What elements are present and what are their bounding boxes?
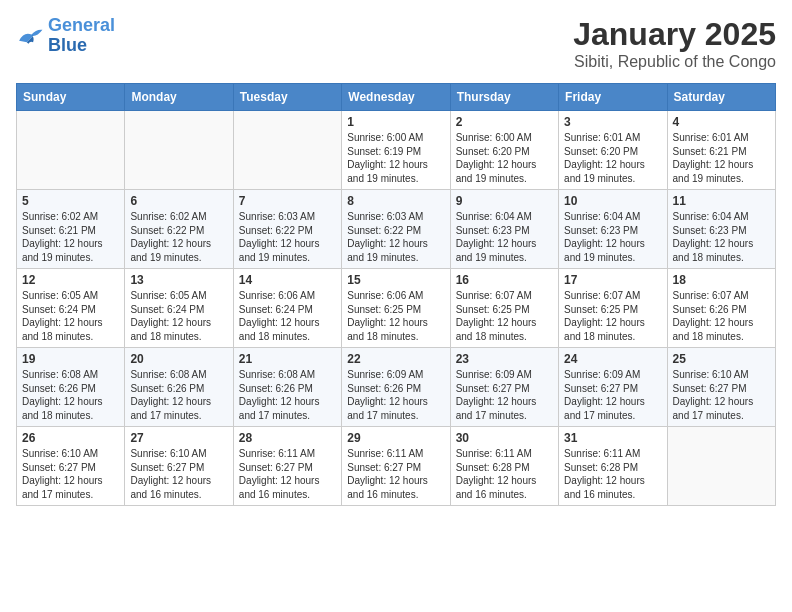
day-of-week-header: Tuesday <box>233 84 341 111</box>
logo-icon <box>16 25 44 47</box>
calendar-cell: 24Sunrise: 6:09 AM Sunset: 6:27 PM Dayli… <box>559 348 667 427</box>
calendar-header-row: SundayMondayTuesdayWednesdayThursdayFrid… <box>17 84 776 111</box>
day-info: Sunrise: 6:05 AM Sunset: 6:24 PM Dayligh… <box>22 289 119 343</box>
day-info: Sunrise: 6:11 AM Sunset: 6:28 PM Dayligh… <box>564 447 661 501</box>
calendar-cell: 10Sunrise: 6:04 AM Sunset: 6:23 PM Dayli… <box>559 190 667 269</box>
calendar-cell: 8Sunrise: 6:03 AM Sunset: 6:22 PM Daylig… <box>342 190 450 269</box>
day-number: 6 <box>130 194 227 208</box>
day-info: Sunrise: 6:02 AM Sunset: 6:22 PM Dayligh… <box>130 210 227 264</box>
calendar-cell: 31Sunrise: 6:11 AM Sunset: 6:28 PM Dayli… <box>559 427 667 506</box>
day-number: 22 <box>347 352 444 366</box>
day-number: 27 <box>130 431 227 445</box>
day-info: Sunrise: 6:08 AM Sunset: 6:26 PM Dayligh… <box>130 368 227 422</box>
calendar-cell: 13Sunrise: 6:05 AM Sunset: 6:24 PM Dayli… <box>125 269 233 348</box>
calendar-cell: 20Sunrise: 6:08 AM Sunset: 6:26 PM Dayli… <box>125 348 233 427</box>
calendar-week-row: 12Sunrise: 6:05 AM Sunset: 6:24 PM Dayli… <box>17 269 776 348</box>
day-number: 5 <box>22 194 119 208</box>
day-of-week-header: Friday <box>559 84 667 111</box>
day-number: 18 <box>673 273 770 287</box>
logo-text: GeneralBlue <box>48 16 115 56</box>
day-info: Sunrise: 6:09 AM Sunset: 6:26 PM Dayligh… <box>347 368 444 422</box>
calendar-cell: 6Sunrise: 6:02 AM Sunset: 6:22 PM Daylig… <box>125 190 233 269</box>
calendar-cell: 9Sunrise: 6:04 AM Sunset: 6:23 PM Daylig… <box>450 190 558 269</box>
day-number: 23 <box>456 352 553 366</box>
day-number: 21 <box>239 352 336 366</box>
calendar-cell: 30Sunrise: 6:11 AM Sunset: 6:28 PM Dayli… <box>450 427 558 506</box>
calendar-cell: 18Sunrise: 6:07 AM Sunset: 6:26 PM Dayli… <box>667 269 775 348</box>
location-subtitle: Sibiti, Republic of the Congo <box>573 53 776 71</box>
calendar-cell: 29Sunrise: 6:11 AM Sunset: 6:27 PM Dayli… <box>342 427 450 506</box>
month-title: January 2025 <box>573 16 776 53</box>
day-info: Sunrise: 6:03 AM Sunset: 6:22 PM Dayligh… <box>239 210 336 264</box>
day-info: Sunrise: 6:11 AM Sunset: 6:27 PM Dayligh… <box>239 447 336 501</box>
calendar-cell: 7Sunrise: 6:03 AM Sunset: 6:22 PM Daylig… <box>233 190 341 269</box>
calendar-week-row: 5Sunrise: 6:02 AM Sunset: 6:21 PM Daylig… <box>17 190 776 269</box>
calendar-week-row: 1Sunrise: 6:00 AM Sunset: 6:19 PM Daylig… <box>17 111 776 190</box>
day-number: 2 <box>456 115 553 129</box>
day-number: 1 <box>347 115 444 129</box>
day-number: 15 <box>347 273 444 287</box>
day-info: Sunrise: 6:04 AM Sunset: 6:23 PM Dayligh… <box>564 210 661 264</box>
day-number: 9 <box>456 194 553 208</box>
day-info: Sunrise: 6:10 AM Sunset: 6:27 PM Dayligh… <box>673 368 770 422</box>
day-number: 7 <box>239 194 336 208</box>
day-info: Sunrise: 6:08 AM Sunset: 6:26 PM Dayligh… <box>239 368 336 422</box>
day-of-week-header: Thursday <box>450 84 558 111</box>
day-of-week-header: Saturday <box>667 84 775 111</box>
calendar-week-row: 26Sunrise: 6:10 AM Sunset: 6:27 PM Dayli… <box>17 427 776 506</box>
day-number: 31 <box>564 431 661 445</box>
calendar-body: 1Sunrise: 6:00 AM Sunset: 6:19 PM Daylig… <box>17 111 776 506</box>
day-number: 10 <box>564 194 661 208</box>
day-info: Sunrise: 6:04 AM Sunset: 6:23 PM Dayligh… <box>673 210 770 264</box>
day-info: Sunrise: 6:08 AM Sunset: 6:26 PM Dayligh… <box>22 368 119 422</box>
day-info: Sunrise: 6:09 AM Sunset: 6:27 PM Dayligh… <box>456 368 553 422</box>
day-info: Sunrise: 6:01 AM Sunset: 6:21 PM Dayligh… <box>673 131 770 185</box>
day-info: Sunrise: 6:10 AM Sunset: 6:27 PM Dayligh… <box>130 447 227 501</box>
day-info: Sunrise: 6:07 AM Sunset: 6:26 PM Dayligh… <box>673 289 770 343</box>
calendar-cell: 23Sunrise: 6:09 AM Sunset: 6:27 PM Dayli… <box>450 348 558 427</box>
day-info: Sunrise: 6:10 AM Sunset: 6:27 PM Dayligh… <box>22 447 119 501</box>
day-of-week-header: Wednesday <box>342 84 450 111</box>
calendar-cell: 22Sunrise: 6:09 AM Sunset: 6:26 PM Dayli… <box>342 348 450 427</box>
calendar-cell: 15Sunrise: 6:06 AM Sunset: 6:25 PM Dayli… <box>342 269 450 348</box>
day-number: 3 <box>564 115 661 129</box>
day-info: Sunrise: 6:07 AM Sunset: 6:25 PM Dayligh… <box>564 289 661 343</box>
day-info: Sunrise: 6:00 AM Sunset: 6:19 PM Dayligh… <box>347 131 444 185</box>
calendar-cell: 17Sunrise: 6:07 AM Sunset: 6:25 PM Dayli… <box>559 269 667 348</box>
day-number: 24 <box>564 352 661 366</box>
calendar-cell <box>17 111 125 190</box>
day-number: 4 <box>673 115 770 129</box>
day-number: 12 <box>22 273 119 287</box>
day-number: 19 <box>22 352 119 366</box>
logo: GeneralBlue <box>16 16 115 56</box>
calendar-cell: 3Sunrise: 6:01 AM Sunset: 6:20 PM Daylig… <box>559 111 667 190</box>
calendar-cell: 14Sunrise: 6:06 AM Sunset: 6:24 PM Dayli… <box>233 269 341 348</box>
calendar-cell: 12Sunrise: 6:05 AM Sunset: 6:24 PM Dayli… <box>17 269 125 348</box>
calendar-cell: 27Sunrise: 6:10 AM Sunset: 6:27 PM Dayli… <box>125 427 233 506</box>
calendar-cell: 25Sunrise: 6:10 AM Sunset: 6:27 PM Dayli… <box>667 348 775 427</box>
calendar-cell: 1Sunrise: 6:00 AM Sunset: 6:19 PM Daylig… <box>342 111 450 190</box>
day-number: 26 <box>22 431 119 445</box>
calendar-cell: 16Sunrise: 6:07 AM Sunset: 6:25 PM Dayli… <box>450 269 558 348</box>
calendar-table: SundayMondayTuesdayWednesdayThursdayFrid… <box>16 83 776 506</box>
day-info: Sunrise: 6:06 AM Sunset: 6:25 PM Dayligh… <box>347 289 444 343</box>
calendar-cell: 4Sunrise: 6:01 AM Sunset: 6:21 PM Daylig… <box>667 111 775 190</box>
day-number: 29 <box>347 431 444 445</box>
day-number: 8 <box>347 194 444 208</box>
calendar-week-row: 19Sunrise: 6:08 AM Sunset: 6:26 PM Dayli… <box>17 348 776 427</box>
day-number: 20 <box>130 352 227 366</box>
day-info: Sunrise: 6:03 AM Sunset: 6:22 PM Dayligh… <box>347 210 444 264</box>
day-of-week-header: Monday <box>125 84 233 111</box>
day-info: Sunrise: 6:05 AM Sunset: 6:24 PM Dayligh… <box>130 289 227 343</box>
day-number: 25 <box>673 352 770 366</box>
calendar-cell <box>233 111 341 190</box>
page-header: GeneralBlue January 2025 Sibiti, Republi… <box>16 16 776 71</box>
calendar-cell: 26Sunrise: 6:10 AM Sunset: 6:27 PM Dayli… <box>17 427 125 506</box>
day-info: Sunrise: 6:11 AM Sunset: 6:27 PM Dayligh… <box>347 447 444 501</box>
day-number: 14 <box>239 273 336 287</box>
day-number: 16 <box>456 273 553 287</box>
day-info: Sunrise: 6:00 AM Sunset: 6:20 PM Dayligh… <box>456 131 553 185</box>
day-number: 28 <box>239 431 336 445</box>
calendar-cell: 5Sunrise: 6:02 AM Sunset: 6:21 PM Daylig… <box>17 190 125 269</box>
calendar-cell <box>125 111 233 190</box>
